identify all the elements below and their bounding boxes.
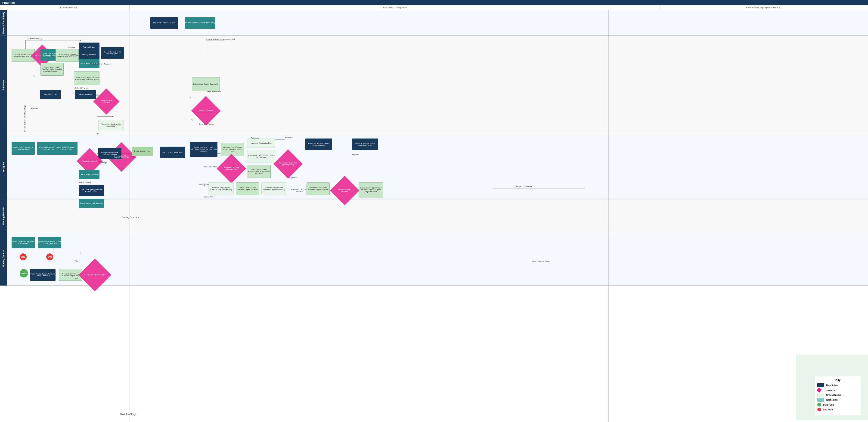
key-item-evaluation: Evaluation xyxy=(817,388,859,392)
header: Findings xyxy=(0,0,868,5)
key-item-start: Start Point xyxy=(817,403,859,407)
swimlane-labels: External Third Party Reviewer Assignee F… xyxy=(0,10,7,422)
sys-notifies-creator-approval: System Notifies Finding Creator of Findi… xyxy=(38,237,61,248)
invalidate-finding-label: Invalidate Finding xyxy=(21,37,49,39)
key-swatch-end xyxy=(817,408,821,411)
key-box: Key User Action Evaluation Record Status… xyxy=(815,376,861,415)
key-label-notification: Notification xyxy=(826,399,837,401)
overall-status-remediation-process: Overall Status = Open Workflow Stage = R… xyxy=(248,165,271,178)
save-publish-label: Save and Publish xyxy=(197,123,216,125)
no-publish: No xyxy=(191,119,193,121)
swimlane-row-3 xyxy=(7,135,868,200)
start-point: START xyxy=(20,269,28,278)
key-item-end: End Point xyxy=(817,408,859,411)
yes-reassign-assignee: Yes xyxy=(98,160,101,163)
accept-remediate-diamond: Accept AND/OR Remediate xyxy=(97,92,116,111)
lane-external: External Third Party xyxy=(0,10,7,36)
sys-notifies-finding-handler: System Notifies Finding Handler xyxy=(79,199,104,208)
no-remediation-plan: No xyxy=(97,133,99,135)
sys-notifies-rejection: System Notifies Assignee of Finding Reje… xyxy=(54,142,78,155)
provide-due-date: Provide ,Due Date, Contact Name,Contact … xyxy=(190,142,217,157)
page-title: Findings xyxy=(2,1,15,4)
key-label-user-action: User Action xyxy=(826,384,838,387)
key-swatch-record xyxy=(817,393,824,397)
change-responsible-right: Change Responsible change request swimla… xyxy=(305,138,332,150)
workflow-stage-bottom: Workflow Stage xyxy=(115,413,141,416)
publish-successful-text: PublishStatus=Publish Successfull. xyxy=(193,83,218,85)
no-lower-creator: No xyxy=(75,277,78,279)
end-point-1: END xyxy=(20,253,27,260)
lane-finding-handler: Finding Handler xyxy=(0,200,7,232)
exception-request-swimlane: Exception Request (See Exception Request… xyxy=(208,183,234,195)
reassign-assignee-diamond: Reassign Assignee? xyxy=(81,152,99,170)
yes-requires-input: Yes xyxy=(132,156,135,158)
assign-finding-label: Assign Finding xyxy=(79,181,91,183)
publish-diamond: Publish Successful xyxy=(195,100,216,121)
sys-notifies-assignee-lower: System Notifies Assignee xyxy=(79,170,99,179)
lane-reviewer: Reviewer xyxy=(0,36,7,135)
remediation-plan-exception: Remediation plan Exception Request Link? xyxy=(98,120,124,130)
sys-notifies-creator-invalidation: System Notifies Finding Creator of Inval… xyxy=(11,237,35,248)
key-label-end: End Point xyxy=(823,408,833,411)
rejected-label-far: Rejected xyxy=(289,177,297,179)
key-swatch-notification xyxy=(817,398,824,402)
lane-finding-creator: Finding Creator xyxy=(0,232,7,286)
submit-finding-label: Submit Finding xyxy=(75,87,88,89)
key-title: Key xyxy=(817,378,859,382)
reject-finding-label: Reject Finding xyxy=(68,54,80,56)
remediation-plan-swimlane: Remediation Plan (See Remediation Plan S… xyxy=(248,150,275,163)
change-reviewer-field: Change Reviewer in the Reviewer(s) field xyxy=(101,47,124,59)
select-third-party-profile: Select Third Party Profile xyxy=(160,147,185,158)
system-notifies-external: System Notifies External Third Party xyxy=(185,17,215,29)
exception-request-diamond-right: Exception Request Expiration xyxy=(334,180,355,201)
lane-remediation: Remediation / Acceptance xyxy=(129,5,660,10)
select-reviewer: Select Reviewer xyxy=(75,90,96,99)
overall-status-expired: Overall Status = Open Closed Workflow St… xyxy=(359,183,383,197)
key-item-notification: Notification xyxy=(817,398,859,402)
swimlane-row-5 xyxy=(7,232,868,286)
reassign-reviewer: Reassign Reviewer xyxy=(79,51,99,59)
lane-header-bar: Creation / Validation Remediation / Acce… xyxy=(7,5,868,10)
portal-status-new: Portal Status = new xyxy=(132,147,153,156)
approved-label-right: Approved xyxy=(280,136,299,138)
accept-risk-label: Accept Risk xyxy=(199,183,209,185)
key-label-start: Start Point xyxy=(823,403,834,406)
exception-request-swimlane-2: Exception Request (See Exception Request… xyxy=(261,183,287,195)
overall-status-awaiting-review: Overall Status = Awaiting Review Workflo… xyxy=(74,71,99,85)
review-finding-top: Review Finding xyxy=(79,42,99,52)
key-label-record: Record Status xyxy=(826,394,841,396)
remediation-target-date-diamond: Remediation Target Date (date required?) xyxy=(278,154,299,174)
assigned-to-empty-diamond: Is [Assigned To] Field Empty? xyxy=(83,263,106,287)
key-swatch-start xyxy=(817,403,821,407)
key-item-user-action: User Action xyxy=(817,383,859,387)
page-container: Findings Creation / Validation Remediati… xyxy=(0,0,868,422)
rejected-label-right: Rejected xyxy=(352,154,359,156)
approved-remediation-plan: Approved Remediation Plan xyxy=(248,138,275,148)
accept-risk-diamond: Accept Risk AND/OR Remediate Risk? xyxy=(221,158,242,179)
lane-creation: Creation / Validation xyxy=(7,5,129,10)
finding-rejection-label: Finding Rejection xyxy=(116,216,146,219)
provide-remediation-input: Provide Remediation Input xyxy=(150,17,178,29)
key-swatch-evaluation xyxy=(817,388,822,393)
overall-status-approved: Overall Status = Closed Workflow Stage =… xyxy=(236,183,259,195)
swimlane-row-2 xyxy=(7,36,868,135)
lane-assignee: Assignee xyxy=(0,135,7,200)
key-swatch-dark xyxy=(817,383,824,387)
approve-label: Approve xyxy=(68,46,75,48)
change-responsible-far-right: Change Responsible change request swimla… xyxy=(352,138,378,150)
end-point-2: END xyxy=(46,253,53,260)
notify-reassign: Notify Reassign Reviewer xyxy=(89,63,112,65)
swimlane-row-1 xyxy=(7,10,868,36)
create-finding: Create Finding (System/Automatic Finding… xyxy=(30,269,56,281)
open-workflow-stage-label: Open Workflow Stage xyxy=(526,260,556,262)
key-label-evaluation: Evaluation xyxy=(825,389,836,391)
diagram-area: Save and Publish No Approved Rejected Ex… xyxy=(7,10,868,422)
overall-status-workflow-label: Overall Status = Workflow Stage xyxy=(24,71,50,166)
overall-status-deferred: Overall Status = Closed Workflow Stage =… xyxy=(307,183,330,195)
publish-status-box: PublishStatus=Publish Successfull. xyxy=(192,77,220,91)
key-item-record-status: Record Status xyxy=(817,393,859,397)
select-finding-assignee: Select Finding Assignee in the [Assigned… xyxy=(79,185,104,196)
yes-lower-creator: Yes xyxy=(75,260,78,262)
lane-expiration: Remediation /Ongoing Expiration Ch... xyxy=(660,5,868,10)
overall-status-closed-closed: Overall Status = Creation Closed Workflo… xyxy=(221,143,244,156)
